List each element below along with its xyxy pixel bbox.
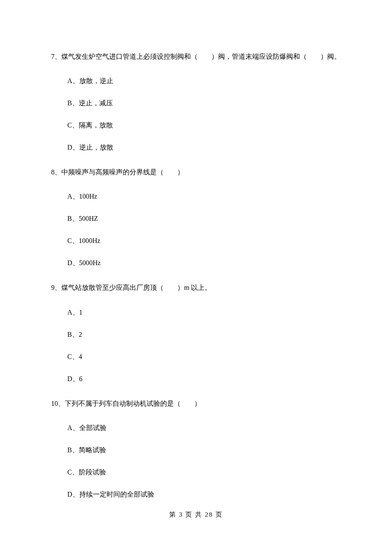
option-b: B、逆止，减压 — [51, 98, 341, 108]
option-block: A、全部试验 B、简略试验 C、阶段试验 D、持续一定时间的全部试验 — [51, 423, 341, 500]
option-a: A、1 — [51, 307, 341, 318]
page-footer: 第 3 页 共 28 页 — [0, 511, 392, 519]
option-a: A、100Hz — [51, 191, 341, 202]
question-number: 7、 — [51, 53, 61, 60]
question-text: 煤气站放散管至少应高出厂房顶（ ）m 以上。 — [61, 284, 211, 291]
question-number: 9、 — [51, 284, 61, 291]
option-block: A、放散，逆止 B、逆止，减压 C、隔离，放散 D、逆止，放散 — [51, 76, 341, 153]
option-d: D、逆止，放散 — [51, 142, 341, 153]
question-stem: 9、煤气站放散管至少应高出厂房顶（ ）m 以上。 — [51, 280, 341, 295]
option-c: C、阶段试验 — [51, 467, 341, 477]
option-block: A、100Hz B、500HZ C、1000Hz D、5000Hz — [51, 191, 341, 268]
question-10: 10、下列不属于列车自动制动机试验的是（ ） A、全部试验 B、简略试验 C、阶… — [51, 396, 341, 500]
question-number: 10、 — [51, 400, 65, 407]
option-d: D、持续一定时间的全部试验 — [51, 489, 341, 500]
page-content: 7、煤气发生炉空气进口管道上必须设控制阀和（ ）阀，管道末端应设防爆阀和（ ）阀… — [0, 0, 392, 500]
question-text: 中频噪声与高频噪声的分界线是（ ） — [61, 168, 184, 176]
option-c: C、隔离，放散 — [51, 120, 341, 130]
option-block: A、1 B、2 C、4 D、6 — [51, 307, 341, 384]
option-d: D、6 — [51, 374, 341, 384]
question-text: 下列不属于列车自动制动机试验的是（ ） — [65, 400, 201, 407]
question-text: 煤气发生炉空气进口管道上必须设控制阀和（ ）阀，管道末端应设防爆阀和（ ）阀。 — [61, 53, 341, 60]
option-b: B、简略试验 — [51, 445, 341, 455]
question-8: 8、中频噪声与高频噪声的分界线是（ ） A、100Hz B、500HZ C、10… — [51, 165, 341, 268]
question-number: 8、 — [51, 168, 61, 176]
option-b: B、2 — [51, 330, 341, 340]
question-stem: 8、中频噪声与高频噪声的分界线是（ ） — [51, 165, 341, 179]
option-c: C、1000Hz — [51, 236, 341, 246]
option-c: C、4 — [51, 352, 341, 362]
question-9: 9、煤气站放散管至少应高出厂房顶（ ）m 以上。 A、1 B、2 C、4 D、6 — [51, 280, 341, 384]
option-b: B、500HZ — [51, 214, 341, 224]
question-stem: 10、下列不属于列车自动制动机试验的是（ ） — [51, 396, 341, 411]
question-stem: 7、煤气发生炉空气进口管道上必须设控制阀和（ ）阀，管道末端应设防爆阀和（ ）阀… — [51, 49, 341, 64]
question-7: 7、煤气发生炉空气进口管道上必须设控制阀和（ ）阀，管道末端应设防爆阀和（ ）阀… — [51, 49, 341, 153]
option-d: D、5000Hz — [51, 258, 341, 268]
option-a: A、全部试验 — [51, 423, 341, 433]
option-a: A、放散，逆止 — [51, 76, 341, 86]
